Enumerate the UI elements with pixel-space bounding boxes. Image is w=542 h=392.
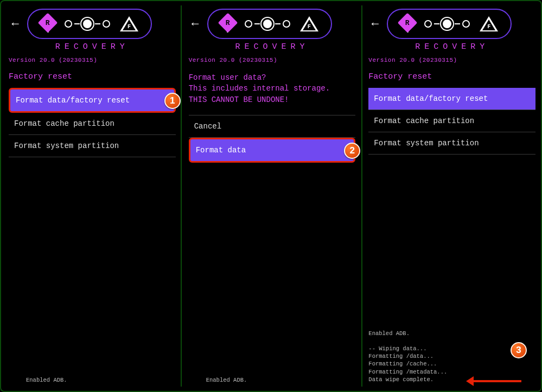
menu-item-label: Format system partition bbox=[374, 139, 479, 147]
menu-item-format-data[interactable]: Format data/factory reset 1 bbox=[9, 88, 176, 113]
page-title: RECOVERY bbox=[9, 42, 176, 52]
fastboot-badge: F bbox=[480, 16, 498, 31]
back-icon[interactable]: ← bbox=[189, 17, 202, 31]
recovery-badge: R bbox=[400, 16, 415, 33]
recovery-badge: R bbox=[221, 16, 235, 33]
version-text: Version 20.0 (20230315) bbox=[368, 57, 535, 63]
page-title: RECOVERY bbox=[189, 42, 356, 52]
menu-item-label: Format system partition bbox=[14, 142, 119, 150]
warning-line: THIS CANNOT BE UNDONE! bbox=[189, 94, 356, 105]
menu-item-cancel[interactable]: Cancel bbox=[189, 115, 356, 138]
callout-badge-1: 1 bbox=[164, 93, 181, 109]
version-text: Version 20.0 (20230315) bbox=[9, 57, 176, 63]
menu-item-format-cache[interactable]: Format cache partition bbox=[368, 110, 535, 132]
menu-item-label: Format data/factory reset bbox=[16, 96, 130, 105]
back-icon[interactable]: ← bbox=[368, 17, 381, 31]
menu-item-label: Format data/factory reset bbox=[374, 94, 488, 103]
page-title: RECOVERY bbox=[368, 42, 535, 52]
lineage-logo-icon bbox=[245, 20, 290, 28]
version-text: Version 20.0 (20230315) bbox=[189, 57, 356, 63]
menu-item-format-data[interactable]: Format data/factory reset bbox=[368, 88, 535, 110]
arrow-icon bbox=[473, 380, 521, 382]
menu-item-format-cache[interactable]: Format cache partition bbox=[9, 113, 176, 135]
panel-3: ← R F RECOVERY Version 20.0 (20230315) F… bbox=[361, 1, 541, 391]
header: ← R F bbox=[368, 9, 535, 39]
callout-badge-2: 2 bbox=[344, 143, 360, 159]
footer-log: Enabled ADB. -- Wiping data... Formattin… bbox=[368, 330, 447, 383]
screenshot-container: ← R F RECOVERY Version 20.0 (20230315) F… bbox=[0, 0, 542, 392]
menu-item-label: Format cache partition bbox=[14, 119, 114, 128]
header-pill: R F bbox=[207, 9, 332, 39]
callout-badge-3: 3 bbox=[511, 342, 527, 358]
footer-log: Enabled ADB. bbox=[26, 377, 67, 383]
back-icon[interactable]: ← bbox=[9, 17, 22, 31]
warning-line: This includes internal storage. bbox=[189, 83, 356, 94]
warning-line: Format user data? bbox=[189, 72, 356, 83]
recovery-badge: R bbox=[41, 16, 55, 33]
section-title: Factory reset bbox=[368, 72, 535, 81]
header: ← R F bbox=[9, 9, 176, 39]
menu-item-label: Format cache partition bbox=[374, 117, 474, 125]
fastboot-badge: F bbox=[120, 16, 138, 31]
menu-item-label: Cancel bbox=[194, 122, 221, 131]
panel-1: ← R F RECOVERY Version 20.0 (20230315) F… bbox=[1, 1, 181, 391]
menu-item-format-data-confirm[interactable]: Format data 2 bbox=[189, 138, 356, 163]
section-title: Factory reset bbox=[9, 72, 176, 81]
menu-item-format-system[interactable]: Format system partition bbox=[9, 135, 176, 157]
fastboot-badge: F bbox=[300, 16, 318, 31]
lineage-logo-icon bbox=[65, 20, 110, 28]
footer-log: Enabled ADB. bbox=[206, 377, 247, 383]
header-pill: R F bbox=[27, 9, 152, 39]
menu-item-label: Format data bbox=[196, 146, 246, 155]
panel-2: ← R F RECOVERY Version 20.0 (20230315) F… bbox=[181, 1, 361, 391]
menu-item-format-system[interactable]: Format system partition bbox=[368, 132, 535, 155]
header-pill: R F bbox=[387, 9, 512, 39]
warning-text: Format user data? This includes internal… bbox=[189, 72, 356, 105]
header: ← R F bbox=[189, 9, 356, 39]
lineage-logo-icon bbox=[424, 20, 470, 28]
